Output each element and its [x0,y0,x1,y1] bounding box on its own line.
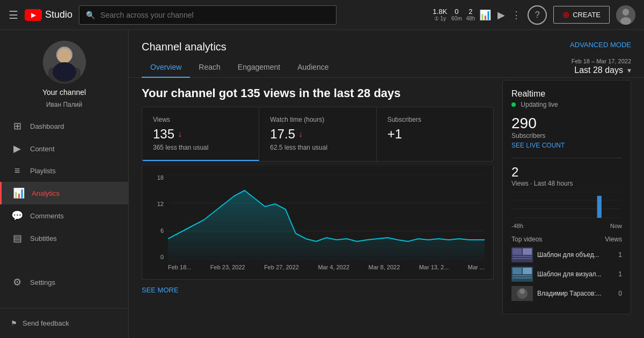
tab-reach[interactable]: Reach [190,57,229,78]
svg-rect-22 [513,258,532,259]
video-title-3: Владимир Тарасов:... [537,290,614,297]
create-camera-icon: ⊕ [562,10,569,20]
video-row-3: Владимир Тарасов:... 0 [511,286,622,301]
main-layout: Your channel Иван Палий ⊞ Dashboard ▶ Co… [0,30,644,338]
nav-stats: 1.8K ① 1y 0 60m 2 48h 📊 [433,8,491,23]
feedback-icon: ⚑ [11,319,17,327]
video-thumb-3 [511,286,533,301]
video-row-2: Шаблон для визуал... 1 [511,267,622,282]
down-arrow-icon-2: ↓ [298,129,303,139]
sidebar-item-comments[interactable]: 💬 Comments [0,204,128,227]
content-area: Channel analytics ADVANCED MODE Overview… [129,30,644,338]
top-videos-title: Top videos [511,236,542,243]
sidebar-item-subtitles[interactable]: ▤ Subtitles [0,227,128,249]
sidebar-label-subtitles: Subtitles [30,234,57,243]
sidebar-item-dashboard[interactable]: ⊞ Dashboard [0,115,128,137]
metric-label-views: Views [153,116,248,123]
see-live-count-button[interactable]: SEE LIVE COUNT [511,142,622,149]
metric-card-subscribers[interactable]: Subscribers +1 [377,107,493,161]
svg-rect-21 [513,256,532,257]
stat-1y: 1.8K ① 1y [433,8,447,23]
sidebar-label-analytics: Analytics [32,189,60,197]
live-dot [511,102,516,107]
metrics-row: Views 135 ↓ 365 less than usual Watch ti… [142,107,494,161]
mini-chart-svg [511,192,622,218]
chart-icon[interactable]: 📊 [479,9,491,21]
video-thumb-2 [511,267,533,282]
channel-info: Your channel Иван Палий [0,30,128,115]
mini-x-label-48h: -48h [511,223,523,229]
subscribers-count: 290 [511,115,622,132]
sidebar-item-playlists[interactable]: ≡ Playlists [0,160,128,182]
chart-area: 18 12 6 0 [142,166,494,280]
svg-rect-25 [523,268,532,274]
help-button[interactable]: ? [528,5,547,25]
tab-overview[interactable]: Overview [142,57,190,78]
search-box[interactable]: 🔍 [79,5,336,25]
tabs-bar: Overview Reach Engagement Audience Feb 1… [129,57,644,78]
video-views-1: 1 [618,251,622,259]
metric-value-subscribers: +1 [387,127,482,142]
menu-dots-icon[interactable]: ⋮ [511,9,521,21]
tab-audience[interactable]: Audience [289,57,337,78]
views-label: Views · Last 48 hours [511,180,622,187]
x-label-5: Mar 13, 2... [419,264,449,270]
metric-sub-watchtime: 62.5 less than usual [270,144,365,151]
top-videos-header: Top videos Views [511,236,622,243]
y-label-6: 6 [151,227,164,234]
date-range-selector[interactable]: Feb 18 – Mar 17, 2022 Last 28 days ▾ [572,58,631,75]
analytics-icon: 📊 [12,187,25,199]
x-label-6: Mar ... [468,264,485,270]
video-views-3: 0 [618,290,622,297]
thumb-svg-3 [511,286,533,301]
video-icon[interactable]: ▶ [497,9,505,21]
tab-engagement[interactable]: Engagement [229,57,289,78]
hamburger-icon[interactable]: ☰ [9,9,18,21]
svg-rect-26 [513,275,532,276]
sidebar: Your channel Иван Палий ⊞ Dashboard ▶ Co… [0,30,129,338]
divider [511,158,622,158]
metric-card-views[interactable]: Views 135 ↓ 365 less than usual [142,107,259,161]
x-label-3: Mar 4, 2022 [318,264,349,270]
send-feedback-button[interactable]: ⚑ Send feedback [0,313,128,334]
main-chart [168,174,485,260]
channel-handle: Иван Палий [46,101,82,108]
search-input[interactable] [100,11,330,19]
analytics-body: Your channel got 135 views in the last 2… [129,78,644,314]
metric-value-views: 135 ↓ [153,127,248,142]
stat-48h: 2 48h [466,8,475,23]
create-button[interactable]: ⊕ CREATE [553,6,610,24]
avatar[interactable] [616,5,635,25]
metric-card-watchtime[interactable]: Watch time (hours) 17.5 ↓ 62.5 less than… [259,107,376,161]
see-more-button[interactable]: SEE MORE [142,280,179,296]
svg-point-1 [623,9,630,16]
sidebar-item-analytics[interactable]: 📊 Analytics [0,182,128,204]
top-videos-views-header: Views [605,236,622,243]
x-label-0: Feb 18... [168,264,191,270]
svg-rect-27 [513,277,532,278]
left-panel: Your channel got 135 views in the last 2… [142,78,494,314]
playlists-icon: ≡ [11,165,24,177]
svg-point-2 [620,17,631,25]
sidebar-bottom: ⚑ Send feedback [0,308,128,338]
thumb-svg-1 [511,247,533,262]
video-title-1: Шаблон для объед... [537,251,614,259]
y-label-18: 18 [151,174,164,181]
sidebar-item-content[interactable]: ▶ Content [0,137,128,160]
logo: Studio [25,9,72,21]
svg-point-8 [53,62,76,82]
channel-avatar[interactable] [43,41,86,84]
comments-icon: 💬 [11,210,24,222]
sidebar-label-comments: Comments [30,212,64,220]
mini-chart [511,192,622,218]
right-panel: Realtime Updating live 290 Subscribers S… [502,78,631,314]
thumb-svg-2 [511,267,533,282]
dashboard-icon: ⊞ [11,120,24,132]
realtime-card: Realtime Updating live 290 Subscribers S… [502,80,631,314]
analytics-header: Channel analytics ADVANCED MODE [129,30,644,53]
advanced-mode-button[interactable]: ADVANCED MODE [570,41,631,49]
metric-sub-views: 365 less than usual [153,144,248,151]
sidebar-item-settings[interactable]: ⚙ Settings [0,271,128,293]
svg-rect-20 [523,248,532,255]
down-arrow-icon: ↓ [178,129,182,139]
